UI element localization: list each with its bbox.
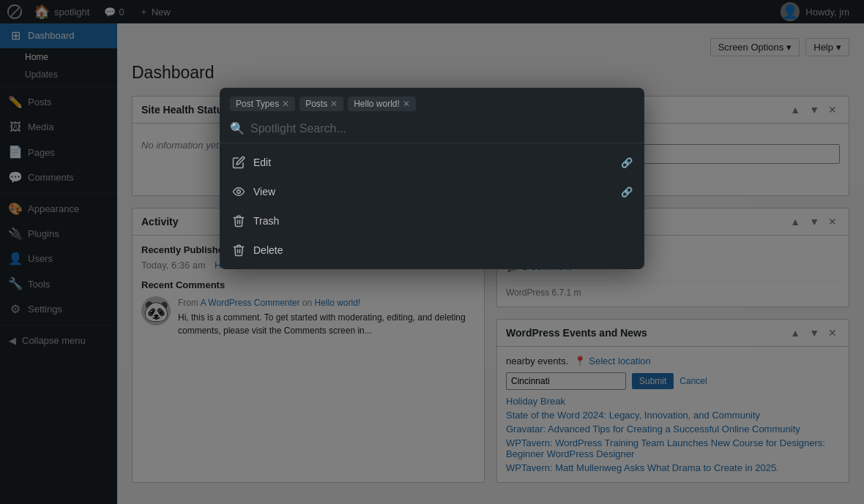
spotlight-input[interactable] — [250, 122, 634, 135]
spotlight-search-row: 🔍 — [220, 117, 644, 143]
tag-post-types-label: Post Types — [236, 99, 279, 109]
tag-hello-world-label: Hello world! — [354, 99, 400, 109]
spotlight-result-delete[interactable]: Delete — [220, 236, 644, 265]
tag-posts: Posts ✕ — [299, 97, 343, 111]
tag-post-types-remove[interactable]: ✕ — [282, 99, 289, 108]
spotlight-overlay[interactable]: Post Types ✕ Posts ✕ Hello world! ✕ 🔍 Ed — [0, 0, 864, 504]
tag-posts-remove[interactable]: ✕ — [330, 99, 338, 108]
delete-icon — [231, 243, 246, 257]
view-link-icon: 🔗 — [621, 187, 633, 198]
view-label: View — [253, 186, 614, 198]
delete-label: Delete — [253, 244, 633, 256]
trash-label: Trash — [253, 215, 633, 227]
spotlight-result-edit[interactable]: Edit 🔗 — [220, 148, 644, 177]
trash-icon — [231, 214, 246, 228]
spotlight-results: Edit 🔗 View 🔗 Trash — [220, 143, 644, 269]
search-icon: 🔍 — [230, 121, 245, 135]
edit-label: Edit — [253, 157, 614, 168]
tag-post-types: Post Types ✕ — [230, 97, 295, 111]
tag-hello-world: Hello world! ✕ — [348, 97, 416, 111]
spotlight-tags: Post Types ✕ Posts ✕ Hello world! ✕ — [220, 88, 644, 117]
tag-posts-label: Posts — [305, 99, 327, 109]
view-icon — [231, 184, 246, 199]
spotlight-result-trash[interactable]: Trash — [220, 206, 644, 236]
spotlight-result-view[interactable]: View 🔗 — [220, 177, 644, 206]
tag-hello-world-remove[interactable]: ✕ — [403, 99, 410, 108]
spotlight-modal: Post Types ✕ Posts ✕ Hello world! ✕ 🔍 Ed — [220, 88, 644, 269]
edit-link-icon: 🔗 — [621, 157, 633, 168]
svg-point-0 — [237, 190, 241, 194]
edit-icon — [231, 155, 246, 170]
